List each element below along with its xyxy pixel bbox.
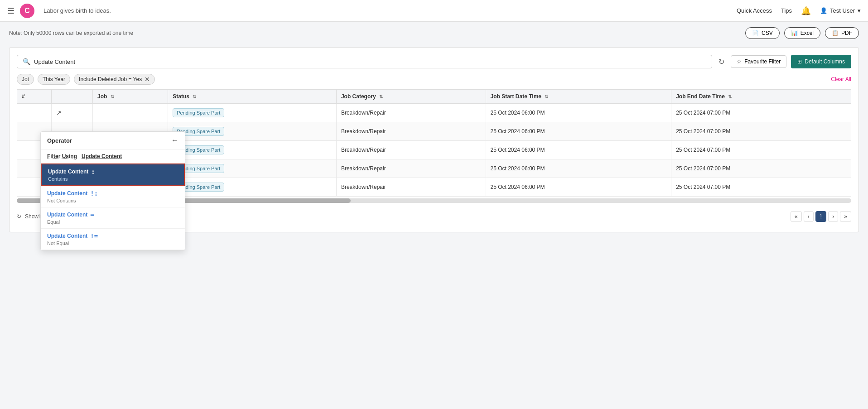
first-page-button[interactable]: « xyxy=(791,211,802,222)
columns-icon: ⊞ xyxy=(797,58,802,65)
user-menu[interactable]: 👤 Test User ▾ xyxy=(820,7,861,14)
clear-all-button[interactable]: Clear All xyxy=(831,76,851,82)
next-page-button[interactable]: › xyxy=(828,211,838,222)
content-area: Note: Only 50000 rows can be exported at… xyxy=(0,22,868,238)
col-category[interactable]: Job Category ⇅ xyxy=(336,90,486,104)
row-status: Pending Spare Part xyxy=(168,159,337,178)
op-field-name: Update Content xyxy=(47,212,87,218)
op-field-label: Update Content : xyxy=(48,168,178,175)
op-symbol: = xyxy=(90,211,94,218)
table-row: ↗ Pending Spare Part Breakdown/Repair 25… xyxy=(17,104,851,122)
operator-item[interactable]: Update Content = Equal xyxy=(41,207,185,229)
row-job xyxy=(93,104,168,122)
row-end: 25 Oct 2024 07:00 PM xyxy=(671,104,851,122)
op-symbol: !: xyxy=(90,190,98,197)
filter-using-row: Filter Using Update Content xyxy=(41,149,185,164)
search-box[interactable]: 🔍 xyxy=(17,55,712,68)
row-num xyxy=(17,104,52,122)
tips-link[interactable]: Tips xyxy=(781,7,792,14)
logo-icon: C xyxy=(20,4,34,18)
col-end[interactable]: Job End Date Time ⇅ xyxy=(671,90,851,104)
refresh-button[interactable]: ↻ xyxy=(717,56,726,68)
row-status: Pending Spare Part xyxy=(168,178,337,197)
operator-panel-header: Operator ← xyxy=(41,132,185,149)
prev-page-button[interactable]: ‹ xyxy=(804,211,814,222)
row-start: 25 Oct 2024 06:00 PM xyxy=(486,104,671,122)
operator-back-button[interactable]: ← xyxy=(171,136,178,144)
row-end: 25 Oct 2024 07:00 PM xyxy=(671,178,851,197)
last-page-button[interactable]: » xyxy=(840,211,851,222)
chevron-down-icon: ▾ xyxy=(858,7,861,14)
operator-item[interactable]: Update Content !: Not Contains xyxy=(41,186,185,207)
row-category: Breakdown/Repair xyxy=(336,178,486,197)
filter-using-field: Update Content xyxy=(82,153,122,159)
export-buttons: 📄 CSV 📊 Excel 📋 PDF xyxy=(745,27,859,39)
search-icon: 🔍 xyxy=(23,58,30,65)
job-filter-tag[interactable]: Jot xyxy=(17,74,34,85)
op-symbol: != xyxy=(90,232,98,240)
row-start: 25 Oct 2024 06:00 PM xyxy=(486,159,671,178)
row-start: 25 Oct 2024 06:00 PM xyxy=(486,141,671,159)
operator-item[interactable]: Update Content != Not Equal xyxy=(41,229,185,250)
row-status: Pending Spare Part xyxy=(168,104,337,122)
main-card: 🔍 ↻ ☆ Favourite Filter ⊞ Default Columns… xyxy=(9,47,859,232)
bell-icon[interactable]: 🔔 xyxy=(801,6,811,16)
this-year-tag[interactable]: This Year xyxy=(38,74,70,85)
star-icon: ☆ xyxy=(737,58,742,65)
include-deleted-job-tag[interactable]: Include Deleted Job = Yes ✕ xyxy=(74,74,155,85)
pagination-controls: « ‹ 1 › » xyxy=(791,211,851,222)
close-deleted-job-tag-icon[interactable]: ✕ xyxy=(145,76,150,82)
col-status[interactable]: Status ⇅ xyxy=(168,90,337,104)
page-1-button[interactable]: 1 xyxy=(815,211,827,222)
user-icon: 👤 xyxy=(820,7,827,14)
row-status: Pending Spare Part xyxy=(168,141,337,159)
search-input[interactable] xyxy=(34,58,706,65)
filter-using-label: Filter Using xyxy=(47,153,77,159)
csv-icon: 📄 xyxy=(752,30,759,36)
op-sub-label: Not Equal xyxy=(47,241,178,246)
user-name: Test User xyxy=(830,7,855,14)
op-field-name: Update Content xyxy=(47,190,87,197)
row-end: 25 Oct 2024 07:00 PM xyxy=(671,159,851,178)
col-job[interactable]: Job ⇅ xyxy=(93,90,168,104)
row-link-cell: ↗ xyxy=(52,104,93,122)
op-field-name: Update Content xyxy=(47,233,87,239)
hamburger-icon[interactable]: ☰ xyxy=(7,6,14,16)
export-note: Note: Only 50000 rows can be exported at… xyxy=(9,30,133,36)
csv-button[interactable]: 📄 CSV xyxy=(745,27,780,39)
pdf-button[interactable]: 📋 PDF xyxy=(825,27,859,39)
pdf-icon: 📋 xyxy=(832,30,839,36)
row-status: Pending Spare Part xyxy=(168,122,337,141)
operator-title: Operator xyxy=(47,137,72,144)
top-navigation: ☰ C Labor gives birth to ideas. Quick Ac… xyxy=(0,0,868,22)
row-category: Breakdown/Repair xyxy=(336,159,486,178)
operator-panel: Operator ← Filter Using Update Content U… xyxy=(40,131,185,250)
operator-items: Update Content : Contains Update Content… xyxy=(41,164,185,250)
op-sub-label: Contains xyxy=(48,176,178,182)
excel-button[interactable]: 📊 Excel xyxy=(784,27,820,39)
quick-access-link[interactable]: Quick Access xyxy=(737,7,772,14)
op-field-label: Update Content = xyxy=(47,211,178,218)
row-category: Breakdown/Repair xyxy=(336,141,486,159)
filter-tags-row: Jot This Year Include Deleted Job = Yes … xyxy=(17,74,851,85)
operator-item[interactable]: Update Content : Contains xyxy=(41,164,185,186)
favourite-filter-button[interactable]: ☆ Favourite Filter xyxy=(731,55,786,68)
row-end: 25 Oct 2024 07:00 PM xyxy=(671,141,851,159)
col-link xyxy=(52,90,93,104)
row-end: 25 Oct 2024 07:00 PM xyxy=(671,122,851,141)
refresh-icon[interactable]: ↻ xyxy=(17,213,21,220)
row-category: Breakdown/Repair xyxy=(336,122,486,141)
status-badge: Pending Spare Part xyxy=(173,108,224,117)
excel-icon: 📊 xyxy=(791,30,798,36)
search-row: 🔍 ↻ ☆ Favourite Filter ⊞ Default Columns xyxy=(17,55,851,68)
default-columns-button[interactable]: ⊞ Default Columns xyxy=(791,55,851,68)
op-symbol: : xyxy=(91,168,95,175)
nav-left: ☰ C Labor gives birth to ideas. xyxy=(7,4,111,18)
row-start: 25 Oct 2024 06:00 PM xyxy=(486,178,671,197)
col-start[interactable]: Job Start Date Time ⇅ xyxy=(486,90,671,104)
op-field-label: Update Content != xyxy=(47,232,178,240)
nav-right: Quick Access Tips 🔔 👤 Test User ▾ xyxy=(737,6,861,16)
external-link-icon[interactable]: ↗ xyxy=(56,109,62,116)
row-start: 25 Oct 2024 06:00 PM xyxy=(486,122,671,141)
op-sub-label: Equal xyxy=(47,219,178,225)
